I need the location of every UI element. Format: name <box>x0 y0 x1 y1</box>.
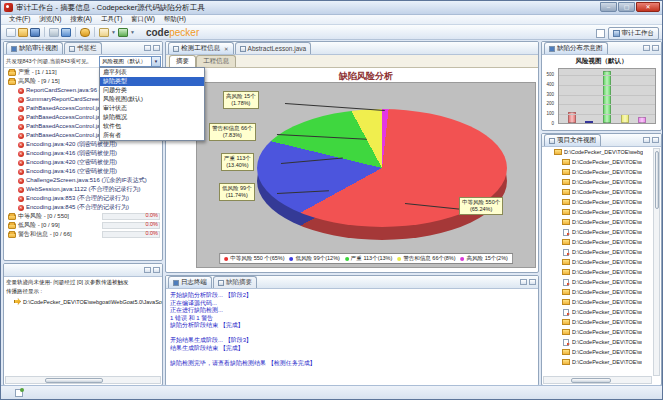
console-line: 结果生成阶段结束 【完成】 <box>170 344 538 352</box>
menu-item-3[interactable]: 工具(T) <box>97 15 126 24</box>
bar-中等风险 <box>603 71 611 123</box>
maximize-view-icon[interactable] <box>652 45 659 51</box>
menu-item-2[interactable]: 搜索(A) <box>66 15 96 24</box>
folder-icon <box>562 169 570 175</box>
open-perspective-icon[interactable] <box>596 29 605 38</box>
file-tree-root[interactable]: D:\CodePecker_DEV\TOE\webg <box>542 147 653 157</box>
defect-item[interactable]: ✕Encoding.java:416 (弱密码被使用) <box>4 149 162 158</box>
minimize-view-icon[interactable] <box>643 45 650 51</box>
save-icon[interactable] <box>30 28 40 37</box>
scrollbar-thumb[interactable] <box>655 151 659 209</box>
file-tree-item[interactable]: D:\CodePecker_DEV\TOE\w <box>542 357 653 367</box>
tab-AbstractLesson.java[interactable]: AbstractLesson.java <box>235 42 312 54</box>
defect-item[interactable]: ✕Encoding.java:416 (空密码被使用) <box>4 167 162 176</box>
close-button[interactable]: ✕ <box>636 2 660 12</box>
maximize-view-icon[interactable] <box>652 137 659 143</box>
subtab-工程信息[interactable]: 工程信息 <box>196 55 236 67</box>
trace-path-item[interactable]: D:\CodePecker_DEV\TOE\webgoat\WebGoat5.0… <box>4 295 162 305</box>
file-path-label: D:\CodePecker_DEV\TOE\w <box>572 359 642 365</box>
file-tree-item[interactable]: D:\CodePecker_DEV\TOE\w <box>542 307 653 317</box>
filter-option[interactable]: 缺陷类型 <box>100 77 204 86</box>
run-icon[interactable] <box>118 28 128 37</box>
chevron-down-icon[interactable]: ▼ <box>151 57 160 66</box>
file-tree-item[interactable]: D:\CodePecker_DEV\TOE\w <box>542 267 653 277</box>
filter-option[interactable]: 风险视图(默认) <box>100 95 204 104</box>
file-tree-item[interactable]: D:\CodePecker_DEV\TOE\w <box>542 217 653 227</box>
minimize-view-icon[interactable] <box>144 45 151 51</box>
severity-group-row[interactable]: 低风险 - [0 / 99]0.0% <box>4 221 162 230</box>
print-icon[interactable] <box>49 28 59 37</box>
minimize-view-icon[interactable] <box>144 267 151 273</box>
defect-item[interactable]: ✕Challenge2Screen.java:516 (冗余的IF表达式) <box>4 176 162 185</box>
filter-option[interactable]: 审计状态 <box>100 104 204 113</box>
defect-item[interactable]: ✕Encoding.java:845 (不合理的记录行为) <box>4 203 162 212</box>
filter-option[interactable]: 问题分类 <box>100 86 204 95</box>
file-tree-item[interactable]: D:\CodePecker_DEV\TOE\w <box>542 297 653 307</box>
file-tree-item[interactable]: D:\CodePecker_DEV\TOE\w <box>542 157 653 167</box>
file-tree-item[interactable]: D:\CodePecker_DEV\TOE\w <box>542 347 653 357</box>
view-filter-dropdown[interactable]: 风险视图（默认） ▼ <box>99 56 161 67</box>
subtab-摘要[interactable]: 摘要 <box>169 55 196 67</box>
minimize-view-icon[interactable] <box>643 137 650 143</box>
file-tree-item[interactable]: D:\CodePecker_DEV\TOE\w <box>542 227 653 237</box>
scrollbar-thumb[interactable] <box>571 378 612 383</box>
filter-option[interactable]: 缺陷概况 <box>100 113 204 122</box>
horizontal-scrollbar[interactable] <box>543 376 652 384</box>
menu-item-4[interactable]: 窗口(W) <box>127 15 158 24</box>
menu-item-5[interactable]: 帮助(H) <box>160 15 190 24</box>
title-bar[interactable]: 审计工作台 - 摘要信息 - Codepecker源代码缺陷分析工具 – ▢ ✕ <box>1 1 662 15</box>
file-tree-item[interactable]: D:\CodePecker_DEV\TOE\w <box>542 247 653 257</box>
monitor-icon[interactable] <box>61 28 71 37</box>
tab-缺陷摘要[interactable]: 缺陷摘要 <box>213 276 257 288</box>
tab-缺陷审计视图[interactable]: 缺陷审计视图 <box>6 42 63 54</box>
horizontal-scrollbar[interactable] <box>5 376 161 384</box>
file-tree-item[interactable]: D:\CodePecker_DEV\TOE\w <box>542 287 653 297</box>
tab-日志终端[interactable]: 日志终端 <box>168 276 212 288</box>
file-tree-item[interactable]: D:\CodePecker_DEV\TOE\w <box>542 337 653 347</box>
filter-option[interactable]: 所有者 <box>100 131 204 140</box>
severity-group-row[interactable]: 中等风险 - [0 / 550]0.0% <box>4 212 162 221</box>
scrollbar-thumb[interactable] <box>45 378 104 383</box>
tab-书签栏[interactable]: 书签栏 <box>64 42 102 54</box>
menu-item-1[interactable]: 浏览(N) <box>35 15 65 24</box>
tab-close-icon[interactable]: ✕ <box>224 46 229 52</box>
chevron-down-icon[interactable]: ▼ <box>111 29 116 35</box>
defect-item[interactable]: ✕Encoding.java:420 (空密码被使用) <box>4 158 162 167</box>
defect-item[interactable]: ✕Encoding.java:420 (弱密码被使用) <box>4 140 162 149</box>
tab-检测工程信息[interactable]: 检测工程信息✕ <box>168 42 234 54</box>
defect-item[interactable]: ✕Encoding.java:853 (不合理的记录行为) <box>4 194 162 203</box>
maximize-view-icon[interactable] <box>153 267 160 273</box>
defect-item[interactable]: ✕WebSession.java:1122 (不合理的记录行为) <box>4 185 162 194</box>
file-tree-item[interactable]: D:\CodePecker_DEV\TOE\w <box>542 167 653 177</box>
filter-option[interactable]: 软件包 <box>100 122 204 131</box>
minimize-view-icon[interactable] <box>520 279 527 285</box>
file-tree-item[interactable]: D:\CodePecker_DEV\TOE\w <box>542 207 653 217</box>
maximize-button[interactable]: ▢ <box>618 2 635 12</box>
file-tree-item[interactable]: D:\CodePecker_DEV\TOE\w <box>542 237 653 247</box>
menu-item-0[interactable]: 文件(F) <box>5 15 34 24</box>
chevron-down-icon[interactable]: ▼ <box>130 29 135 35</box>
maximize-view-icon[interactable] <box>153 45 160 51</box>
file-tree-item[interactable]: D:\CodePecker_DEV\TOE\w <box>542 187 653 197</box>
vertical-scrollbar[interactable] <box>653 148 660 376</box>
tab-项目文件视图[interactable]: 项目文件视图 <box>544 134 601 146</box>
new-file-icon[interactable] <box>6 28 16 37</box>
project-summary-panel: 检测工程信息✕AbstractLesson.java 摘要工程信息 缺陷风险分析… <box>165 41 539 273</box>
statusbar-item-icon[interactable] <box>15 389 23 397</box>
legend-item: 高风险 15个(2%) <box>461 255 508 262</box>
file-tree-item[interactable]: D:\CodePecker_DEV\TOE\w <box>542 277 653 287</box>
file-tree-item[interactable]: D:\CodePecker_DEV\TOE\w <box>542 197 653 207</box>
maximize-view-icon[interactable] <box>529 279 536 285</box>
file-tree-item[interactable]: D:\CodePecker_DEV\TOE\w <box>542 177 653 187</box>
file-tree-item[interactable]: D:\CodePecker_DEV\TOE\w <box>542 257 653 267</box>
severity-group-row[interactable]: 警告和信息 - [0 / 66]0.0% <box>4 230 162 239</box>
minimize-button[interactable]: – <box>600 2 617 12</box>
file-tree-item[interactable]: D:\CodePecker_DEV\TOE\w <box>542 327 653 337</box>
pencil-icon[interactable] <box>99 28 109 37</box>
key-icon[interactable] <box>80 28 90 37</box>
tab-缺陷分布示意图[interactable]: 缺陷分布示意图 <box>544 42 608 54</box>
file-tree-item[interactable]: D:\CodePecker_DEV\TOE\w <box>542 317 653 327</box>
filter-option[interactable]: 扁平列表 <box>100 68 204 77</box>
open-folder-icon[interactable] <box>18 28 28 37</box>
perspective-button-audit-workbench[interactable]: 审计工作台 <box>608 27 660 40</box>
